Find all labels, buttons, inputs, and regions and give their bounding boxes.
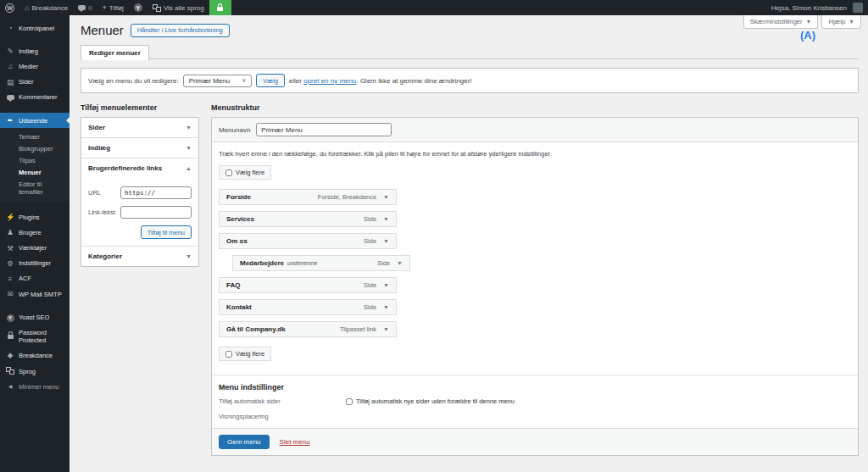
submenu-item-menus[interactable]: Menuer — [0, 166, 70, 178]
sidebar-item-pages[interactable]: ▤ Sider — [0, 75, 70, 90]
select-menu-button[interactable]: Vælg — [256, 74, 285, 87]
accordion-section-pages[interactable]: Sider ▼ — [81, 118, 198, 137]
wordpress-logo-menu[interactable]: W — [0, 0, 19, 15]
add-to-menu-button[interactable]: Tilføj til menu — [141, 225, 192, 239]
sidebar-item-tools[interactable]: ⚒ Værktøjer — [0, 241, 70, 256]
sidebar-item-label: Kommentarer — [19, 93, 57, 101]
menu-item-type: Side — [364, 281, 376, 289]
auto-add-pages-checkbox[interactable] — [346, 398, 353, 405]
sidebar-item-settings[interactable]: ⚙ Indstillinger — [0, 256, 70, 271]
section-label: Brugerdefinerede links — [88, 164, 162, 172]
add-menu-items-heading: Tilføj menuelementer — [81, 103, 199, 112]
sidebar-item-appearance[interactable]: ✒ Udseende — [0, 113, 70, 128]
sidebar-item-label: ACF — [19, 275, 31, 282]
menu-item-faq[interactable]: FAQ Side ▼ — [219, 277, 397, 293]
chevron-down-icon[interactable]: ▼ — [383, 216, 389, 222]
menu-name-field[interactable] — [256, 123, 392, 136]
chevron-down-icon[interactable]: ▼ — [383, 238, 389, 244]
menu-item-kontakt[interactable]: Kontakt Side ▼ — [219, 299, 397, 315]
screen-options-button[interactable]: Skærmindstillinger ▼ — [743, 15, 819, 29]
account-menu[interactable]: Hejsa, Simon Kristiansen — [766, 0, 868, 15]
menu-item-ga-til-company[interactable]: Gå til Company.dk Tilpasset link ▼ — [219, 321, 397, 337]
dashboard-icon: ◔ — [6, 24, 14, 32]
plus-icon: + — [103, 4, 107, 12]
menu-structure-panel: Menunavn Træk hvert emne i den rækkefølg… — [211, 117, 859, 456]
submenu-item-theme-editor[interactable]: Editor til temafiler — [0, 178, 70, 197]
bulk-select-toggle-bottom[interactable]: Vælg flere — [219, 347, 271, 361]
menu-item-services[interactable]: Services Side ▼ — [219, 211, 397, 227]
new-content-menu[interactable]: + Tilføj — [97, 0, 129, 15]
menu-select[interactable]: Primær Menu ∨ — [183, 75, 253, 87]
menu-item-type: Side — [364, 215, 376, 223]
menu-item-medarbejdere[interactable]: Medarbejdere underemne Side ▼ — [232, 255, 410, 271]
bulk-select-label: Vælg flere — [236, 169, 264, 176]
bulk-select-checkbox[interactable] — [225, 351, 232, 358]
appearance-submenu: Temaer Blokgrupper Tilpas Menuer Editor … — [0, 128, 70, 202]
sidebar-item-plugins[interactable]: ⚡ Plugins — [0, 209, 70, 225]
admin-sidebar: ◔ Kontrolpanel ✎ Indlæg ♫ Medier ▤ Sider… — [0, 15, 70, 472]
annotation-a: (A) — [800, 29, 815, 42]
live-preview-button[interactable]: Håndter i Live forhåndsvisning — [131, 24, 230, 37]
chevron-down-icon[interactable]: ▼ — [383, 326, 389, 332]
sidebar-item-comments[interactable]: Kommentarer — [0, 90, 70, 105]
menu-item-type: Tilpasset link — [340, 325, 376, 333]
tab-edit-menus[interactable]: Rediger menuer — [81, 45, 149, 60]
sidebar-item-breakdance[interactable]: ◆ Breakdance — [0, 347, 70, 363]
mail-icon: ✉ — [6, 290, 14, 298]
auto-add-pages-option[interactable]: Tilføj automatisk nye sider uden forældr… — [346, 397, 515, 405]
lock-icon — [217, 7, 223, 11]
translation-icon — [153, 4, 161, 12]
sidebar-item-acf[interactable]: ≡ ACF — [0, 271, 70, 286]
sidebar-item-dashboard[interactable]: ◔ Kontrolpanel — [0, 20, 70, 36]
main-content: Skærmindstillinger ▼ Hjælp ▼ (A) Menuer … — [70, 15, 868, 472]
yoast-icon: Y — [6, 313, 14, 322]
accordion-section-posts[interactable]: Indlæg ▼ — [81, 137, 198, 158]
submenu-item-block-groups[interactable]: Blokgrupper — [0, 142, 70, 154]
url-label: URL — [88, 189, 120, 197]
help-button[interactable]: Hjælp ▼ — [821, 15, 861, 29]
sidebar-item-users[interactable]: ♟ Brugere — [0, 225, 70, 240]
yoast-menu[interactable]: Y — [129, 0, 147, 15]
sidebar-item-password-protected[interactable]: Password Protected — [0, 325, 70, 347]
url-field[interactable] — [120, 186, 192, 199]
submenu-item-themes[interactable]: Temaer — [0, 130, 70, 142]
chevron-down-icon[interactable]: ▼ — [383, 304, 389, 310]
delete-menu-link[interactable]: Slet menu — [280, 438, 310, 446]
sidebar-item-label: Sider — [19, 78, 34, 86]
link-text-label: Link-tekst — [88, 208, 120, 216]
breakdance-icon: ◆ — [6, 351, 14, 359]
menu-item-label: Gå til Company.dk — [226, 325, 286, 333]
accordion-section-categories[interactable]: Kategorier ▼ — [81, 246, 198, 266]
sidebar-item-media[interactable]: ♫ Medier — [0, 58, 70, 74]
languages-menu[interactable]: Vis alle sprog — [147, 0, 209, 15]
new-content-label: Tilføj — [109, 4, 124, 12]
languages-label: Vis alle sprog — [164, 4, 204, 12]
or-text: eller — [289, 77, 302, 85]
sidebar-item-yoast-seo[interactable]: Y Yoast SEO — [0, 309, 70, 325]
menu-item-type: Side — [377, 259, 390, 267]
section-label: Kategorier — [88, 253, 122, 260]
collapse-menu-button[interactable]: ◀ Minimer menu — [0, 380, 70, 394]
bulk-select-checkbox[interactable] — [225, 169, 232, 176]
settings-gear-icon: ⚙ — [6, 259, 14, 268]
menu-name-label: Menunavn — [219, 126, 250, 134]
menu-item-om-os[interactable]: Om os Side ▼ — [219, 233, 397, 249]
sidebar-item-label: Breakdance — [19, 352, 53, 359]
password-protected-status-badge[interactable] — [209, 0, 231, 15]
create-menu-link[interactable]: opret en ny menu — [303, 77, 356, 85]
sidebar-item-languages[interactable]: Sprog — [0, 364, 70, 380]
chevron-down-icon[interactable]: ▼ — [397, 260, 403, 266]
bulk-select-toggle-top[interactable]: Vælg flere — [219, 165, 271, 180]
nav-tab-bar: Rediger menuer — [81, 44, 859, 59]
chevron-down-icon[interactable]: ▼ — [383, 282, 389, 288]
chevron-down-icon[interactable]: ▼ — [383, 194, 389, 200]
accordion-section-custom-links[interactable]: Brugerdefinerede links ▲ — [81, 158, 198, 178]
submenu-item-customize[interactable]: Tilpas — [0, 154, 70, 166]
site-name-menu[interactable]: ⌂ Breakdance — [19, 0, 73, 15]
comments-menu[interactable]: 0 — [73, 0, 97, 15]
sidebar-item-wp-mail-smtp[interactable]: ✉ WP Mail SMTP — [0, 286, 70, 302]
link-text-field[interactable] — [120, 206, 192, 219]
sidebar-item-posts[interactable]: ✎ Indlæg — [0, 43, 70, 58]
menu-item-forside[interactable]: Forside Forside, Breakdance ▼ — [219, 189, 397, 205]
save-menu-button[interactable]: Gem menu — [219, 435, 270, 449]
